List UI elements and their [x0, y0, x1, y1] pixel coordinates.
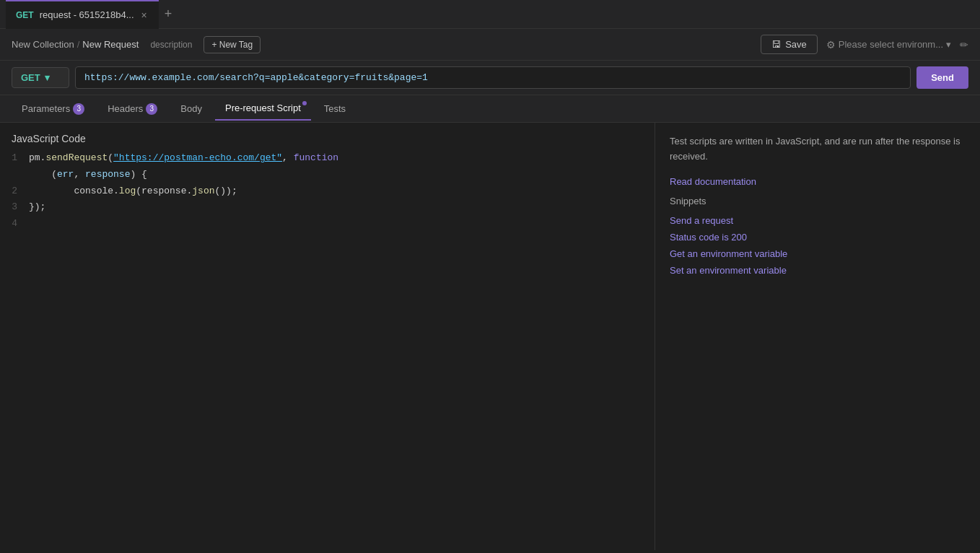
- description-link[interactable]: description: [150, 40, 192, 50]
- tab-title: request - 6515218b4...: [40, 9, 134, 20]
- line-number-2: 2: [0, 184, 29, 199]
- environment-icon: ⚙: [826, 39, 836, 51]
- breadcrumb-separator: /: [77, 39, 80, 50]
- environment-placeholder: Please select environm...: [839, 39, 943, 50]
- line-content-1: pm.sendRequest("https://postman-echo.com…: [29, 151, 338, 166]
- code-line-3: 3 });: [0, 199, 655, 216]
- parameters-badge: 3: [73, 103, 84, 115]
- toolbar-right: 🖫 Save ⚙ Please select environm... ▾ ✏: [761, 35, 968, 54]
- breadcrumb: New Collection / New Request: [12, 39, 139, 50]
- method-label: GET: [21, 72, 40, 83]
- snippet-send-request[interactable]: Send a request: [670, 212, 966, 229]
- prerequest-dot-indicator: [302, 101, 307, 105]
- read-documentation-link[interactable]: Read documentation: [670, 176, 966, 187]
- chevron-down-icon: ▾: [946, 39, 951, 50]
- line-content-2: console.log(response.json());: [29, 184, 237, 199]
- line-number-3: 3: [0, 200, 29, 215]
- help-text: Test scripts are written in JavaScript, …: [670, 134, 966, 165]
- code-panel: JavaScript Code 1 pm.sendRequest("https:…: [0, 123, 655, 550]
- code-panel-title: JavaScript Code: [0, 123, 655, 150]
- tab-body[interactable]: Body: [170, 97, 212, 120]
- tab-method: GET: [16, 10, 34, 20]
- new-tag-button[interactable]: + New Tag: [204, 36, 261, 53]
- tab-bar: GET request - 6515218b4... × +: [0, 0, 980, 29]
- code-line-4: 4: [0, 216, 655, 232]
- line-content-1b: (err, response) {: [29, 167, 147, 183]
- active-tab[interactable]: GET request - 6515218b4... ×: [6, 0, 159, 29]
- tab-headers-label: Headers: [108, 103, 143, 114]
- environment-selector[interactable]: ⚙ Please select environm... ▾: [826, 39, 951, 51]
- edit-icon[interactable]: ✏: [960, 39, 968, 51]
- method-selector[interactable]: GET ▾: [12, 67, 69, 88]
- snippets-title: Snippets: [670, 196, 966, 206]
- line-content-3: });: [29, 200, 45, 215]
- main-content: JavaScript Code 1 pm.sendRequest("https:…: [0, 123, 980, 550]
- line-number-4: 4: [0, 217, 29, 232]
- save-icon: 🖫: [771, 39, 781, 50]
- tab-headers[interactable]: Headers 3: [97, 97, 167, 121]
- tab-tests[interactable]: Tests: [314, 97, 356, 120]
- send-button[interactable]: Send: [916, 66, 968, 89]
- snippet-get-env-var[interactable]: Get an environment variable: [670, 245, 966, 262]
- tab-prerequest-script[interactable]: Pre-request Script: [215, 97, 311, 121]
- url-input[interactable]: [75, 66, 911, 89]
- toolbar: New Collection / New Request description…: [0, 29, 980, 61]
- new-tab-button[interactable]: +: [159, 0, 178, 29]
- save-label: Save: [785, 39, 807, 50]
- breadcrumb-request[interactable]: New Request: [82, 39, 139, 50]
- chevron-down-icon: ▾: [45, 72, 50, 83]
- code-editor[interactable]: 1 pm.sendRequest("https://postman-echo.c…: [0, 150, 655, 550]
- tab-body-label: Body: [180, 103, 202, 114]
- right-panel: Test scripts are written in JavaScript, …: [655, 123, 980, 550]
- url-bar: GET ▾ Send: [0, 61, 980, 95]
- tab-prerequest-label: Pre-request Script: [225, 103, 301, 113]
- code-line-2: 2 console.log(response.json());: [0, 183, 655, 200]
- tab-parameters-label: Parameters: [22, 103, 70, 114]
- request-tabs: Parameters 3 Headers 3 Body Pre-request …: [0, 95, 980, 123]
- tab-parameters[interactable]: Parameters 3: [12, 97, 95, 121]
- tab-tests-label: Tests: [324, 103, 346, 114]
- code-line-1: 1 pm.sendRequest("https://postman-echo.c…: [0, 150, 655, 167]
- code-line-1b: (err, response) {: [0, 167, 655, 183]
- snippet-status-code[interactable]: Status code is 200: [670, 229, 966, 245]
- headers-badge: 3: [146, 103, 157, 115]
- tab-close-icon[interactable]: ×: [140, 9, 149, 21]
- line-number-1: 1: [0, 151, 29, 166]
- snippet-set-env-var[interactable]: Set an environment variable: [670, 262, 966, 279]
- save-button[interactable]: 🖫 Save: [761, 35, 818, 54]
- breadcrumb-collection[interactable]: New Collection: [12, 39, 74, 50]
